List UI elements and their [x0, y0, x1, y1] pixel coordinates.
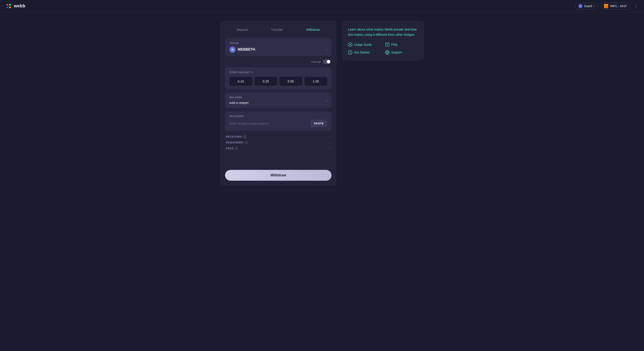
toggle-knob	[327, 60, 330, 64]
tab-withdraw[interactable]: Withdraw	[302, 26, 324, 33]
chevron-down-icon: ▾	[594, 5, 595, 7]
info-links: Usage Guide ? FAQ ? Get Started	[348, 42, 418, 54]
fees-value: --	[329, 147, 331, 150]
svg-point-13	[386, 52, 388, 53]
tab-bar: Deposit Transfer Withdraw	[225, 26, 332, 33]
svg-point-4	[9, 6, 11, 8]
token-icon	[230, 46, 236, 52]
support-label: Support	[391, 51, 402, 54]
main-content: Deposit Transfer Withdraw TOKEN WEBBETH …	[192, 12, 452, 194]
recipient-input-area[interactable]: Enter recipient wallet address	[230, 122, 308, 126]
support-icon	[385, 50, 390, 54]
recipient-row: Enter recipient wallet address PASTE	[230, 120, 327, 127]
unwrap-row: Unwrap	[225, 60, 332, 64]
relayer-section[interactable]: RELAYER Add a relayer ›	[225, 92, 332, 108]
get-started-link[interactable]: ? Get Started	[348, 50, 381, 54]
fixed-amount-header: FIXED AMOUNT ▾	[230, 71, 327, 74]
svg-text:?: ?	[350, 51, 351, 54]
get-started-label: Get Started	[354, 51, 370, 54]
token-chevron-icon: ›	[326, 48, 327, 51]
usage-guide-label: Usage Guide	[354, 43, 372, 46]
info-text: Learn about what makes Webb private and …	[348, 27, 418, 37]
svg-point-1	[6, 4, 8, 6]
relayer-label: RELAYER	[230, 96, 249, 99]
play-icon	[348, 42, 352, 47]
receiving-value: --	[329, 135, 331, 138]
token-row[interactable]: WEBBETH ›	[230, 46, 327, 52]
unwrap-toggle[interactable]	[323, 60, 331, 64]
amount-button-010[interactable]: 0.10	[230, 77, 252, 86]
remainder-label: REMAINDER i	[226, 141, 248, 144]
fixed-amount-chevron-icon: ▾	[251, 71, 252, 74]
token-section: TOKEN WEBBETH ›	[225, 38, 332, 56]
network-selector[interactable]: Goerli ▾	[575, 2, 598, 10]
app-header: webb Goerli ▾ 58FC...541F ⋮	[0, 0, 644, 12]
amount-button-100[interactable]: 1.00	[304, 77, 328, 86]
fixed-amount-label: FIXED AMOUNT	[230, 71, 250, 74]
stat-row-fees: FEES i --	[226, 147, 331, 150]
tab-transfer[interactable]: Transfer	[267, 26, 288, 33]
network-icon	[578, 4, 582, 8]
remainder-value: --	[329, 141, 331, 144]
logo-text: webb	[14, 4, 25, 8]
svg-point-3	[6, 6, 8, 8]
withdraw-button[interactable]: Withdraw	[225, 170, 332, 181]
receiving-label: RECEIVING i	[226, 135, 246, 138]
svg-marker-7	[350, 44, 351, 46]
recipient-placeholder: Enter recipient wallet address	[230, 122, 269, 125]
stat-row-remainder: REMAINDER i --	[226, 141, 331, 144]
logo-area: webb	[5, 2, 25, 10]
relayer-content: RELAYER Add a relayer	[230, 96, 249, 104]
wallet-address: 58FC...541F	[610, 4, 627, 8]
amount-button-050[interactable]: 0.50	[279, 77, 302, 86]
amount-button-025[interactable]: 0.25	[254, 77, 278, 86]
svg-rect-0	[5, 2, 12, 10]
stats-area: RECEIVING i -- REMAINDER i -- FEES i --	[225, 135, 332, 150]
faq-link[interactable]: ? FAQ	[385, 42, 418, 47]
header-controls: Goerli ▾ 58FC...541F ⋮	[575, 2, 639, 10]
relayer-chevron-icon: ›	[326, 98, 327, 102]
wallet-button[interactable]: 58FC...541F	[601, 2, 630, 10]
relayer-placeholder: Add a relayer	[230, 101, 249, 104]
right-panel: Learn about what makes Webb private and …	[342, 21, 424, 60]
unwrap-label: Unwrap	[311, 60, 321, 64]
fixed-amount-section: FIXED AMOUNT ▾ 0.10 0.25 0.50 1.00	[225, 67, 332, 89]
receiving-info-icon[interactable]: i	[243, 135, 246, 138]
svg-point-2	[9, 4, 11, 6]
recipient-section: RECIPIENT Enter recipient wallet address…	[225, 112, 332, 131]
token-name: WEBBETH	[238, 48, 255, 52]
wallet-avatar-icon	[604, 4, 608, 8]
support-link[interactable]: Support	[385, 50, 418, 54]
fees-label: FEES i	[226, 147, 238, 150]
usage-guide-link[interactable]: Usage Guide	[348, 42, 381, 47]
recipient-label: RECIPIENT	[230, 115, 327, 118]
network-label: Goerli	[584, 4, 592, 8]
more-menu-button[interactable]: ⋮	[633, 2, 639, 10]
webb-logo-icon	[5, 2, 12, 10]
faq-label: FAQ	[391, 43, 397, 46]
token-label: TOKEN	[230, 42, 327, 44]
fees-info-icon[interactable]: i	[235, 147, 238, 150]
paste-button[interactable]: PASTE	[310, 120, 327, 127]
amount-buttons: 0.10 0.25 0.50 1.00	[230, 77, 327, 86]
faq-icon: ?	[385, 42, 390, 47]
svg-text:?: ?	[386, 43, 388, 46]
remainder-info-icon[interactable]: i	[244, 141, 248, 144]
tab-deposit[interactable]: Deposit	[232, 26, 252, 33]
relayer-row: RELAYER Add a relayer ›	[230, 96, 327, 104]
left-panel: Deposit Transfer Withdraw TOKEN WEBBETH …	[220, 21, 337, 186]
help-circle-icon: ?	[348, 50, 352, 54]
token-info: WEBBETH	[230, 46, 255, 52]
stat-row-receiving: RECEIVING i --	[226, 135, 331, 138]
